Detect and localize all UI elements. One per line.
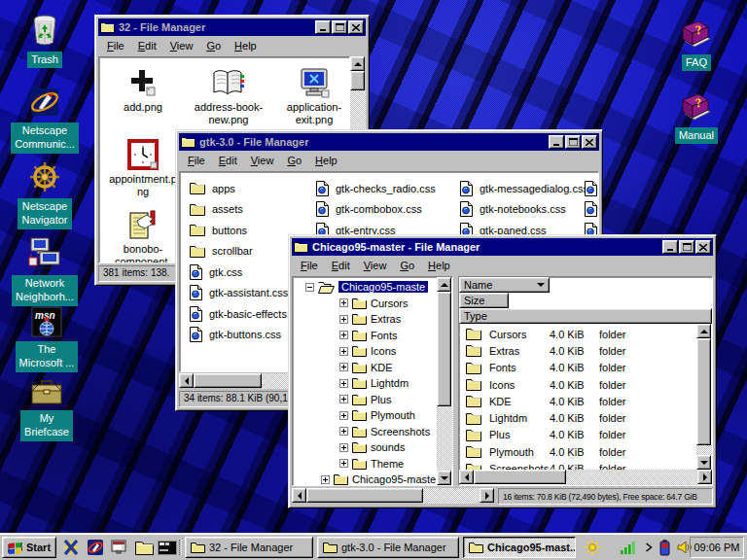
close-button[interactable]	[348, 20, 364, 34]
netscape-launcher[interactable]	[85, 538, 106, 557]
tree-item[interactable]: KDE	[293, 360, 437, 376]
tree-item[interactable]: Plymouth	[293, 407, 437, 424]
column-header-name[interactable]: Name	[459, 277, 550, 293]
column-header-type[interactable]: Type	[459, 308, 712, 324]
scrollbar-thumb[interactable]	[437, 292, 451, 406]
expand-plus-icon[interactable]	[339, 411, 348, 420]
scrollbar-track[interactable]	[437, 406, 452, 471]
scrollbar-thumb[interactable]	[306, 488, 423, 503]
tree-item[interactable]: Cursors	[293, 296, 437, 312]
file-manager-launcher[interactable]	[133, 538, 155, 557]
brightness-tray-icon[interactable]	[584, 539, 601, 556]
menu-item[interactable]: Go	[394, 259, 422, 273]
task-button-chicago95[interactable]: Chicago95-mast...	[463, 537, 576, 558]
menu-item[interactable]: View	[245, 154, 282, 168]
menu-item[interactable]: File	[182, 154, 213, 168]
start-button[interactable]: Start	[2, 537, 56, 558]
titlebar[interactable]: Chicago95-master - File Manager	[292, 238, 713, 256]
file-row[interactable]: Screenshots 4.0 KiB folder	[459, 460, 696, 470]
expand-plus-icon[interactable]	[339, 427, 348, 436]
file-row[interactable]: Lightdm 4.0 KiB folder	[459, 409, 696, 426]
desktop-icon-msn[interactable]: msn The Microsoft ...	[10, 306, 84, 372]
file-address-book-new-png[interactable]: address-book- new.png	[187, 61, 270, 126]
menu-item[interactable]: Help	[309, 154, 345, 168]
expand-plus-icon[interactable]	[339, 443, 348, 452]
scroll-down-button[interactable]	[696, 455, 711, 470]
expand-plus-icon[interactable]	[339, 331, 348, 339]
menu-item[interactable]: Go	[200, 39, 229, 53]
scroll-up-button[interactable]	[350, 56, 365, 71]
menu-item[interactable]: File	[101, 39, 132, 53]
desktop-icon-my-briefcase[interactable]: My Briefcase	[10, 377, 84, 441]
desktop-icon-netscape-communicator[interactable]: Netscape Communic...	[8, 86, 82, 154]
desktop-icon-network-neighborhood[interactable]: Network Neighborh...	[8, 236, 82, 306]
scrollbar-track[interactable]	[566, 470, 697, 485]
tree-item[interactable]: sounds	[293, 439, 437, 456]
titlebar[interactable]: 32 - File Manager	[98, 18, 366, 36]
file-row[interactable]: Extras 4.0 KiB folder	[459, 342, 696, 359]
scroll-left-button[interactable]	[292, 488, 306, 503]
tree-horizontal-scrollbar[interactable]	[292, 488, 494, 504]
expand-plus-icon[interactable]	[339, 395, 348, 403]
scrollbar-thumb[interactable]	[474, 470, 566, 484]
task-button-32[interactable]: 32 - File Manager	[185, 537, 313, 558]
scroll-left-button[interactable]	[459, 470, 474, 484]
file-appointment-png[interactable]: appointment.p ng	[101, 133, 185, 198]
menu-item[interactable]: Go	[281, 154, 309, 168]
list-horizontal-scrollbar[interactable]	[459, 470, 712, 485]
x11-launcher[interactable]	[60, 538, 82, 557]
scroll-left-button[interactable]	[179, 373, 194, 388]
folder-item[interactable]: buttons	[190, 220, 253, 241]
tree-item[interactable]: Screenshots	[293, 424, 437, 440]
desktop-icon-faq[interactable]: ? FAQ	[659, 19, 733, 71]
menu-item[interactable]: Edit	[326, 259, 358, 273]
expand-plus-icon[interactable]	[339, 459, 348, 468]
tree-item[interactable]: Lightdm	[293, 375, 437, 392]
css-file-item[interactable]	[585, 178, 597, 199]
clock-tray[interactable]: 09:06 PM	[690, 537, 744, 558]
tree-vertical-scrollbar[interactable]	[437, 277, 452, 485]
scrollbar-thumb[interactable]	[696, 338, 711, 445]
css-file-item[interactable]	[585, 199, 597, 221]
file-row[interactable]: KDE 4.0 KiB folder	[459, 393, 696, 409]
collapse-minus-icon[interactable]	[305, 283, 314, 292]
menu-item[interactable]: File	[295, 259, 326, 273]
css-file-item[interactable]: gtk-notebooks.css	[460, 199, 588, 221]
menu-item[interactable]: View	[164, 39, 201, 53]
menu-item[interactable]: Help	[422, 259, 458, 273]
scroll-down-button[interactable]	[437, 471, 451, 485]
file-row[interactable]: Cursors 4.0 KiB folder	[459, 326, 696, 342]
close-button[interactable]	[695, 240, 711, 254]
display-settings-launcher[interactable]	[109, 538, 130, 557]
scroll-up-button[interactable]	[696, 324, 711, 338]
maximize-button[interactable]	[679, 240, 694, 254]
scroll-up-button[interactable]	[437, 277, 451, 292]
titlebar[interactable]: gtk-3.0 - File Manager	[179, 133, 599, 151]
tree-item[interactable]: Icons	[293, 343, 437, 360]
maximize-button[interactable]	[332, 20, 347, 34]
file-application-exit-png[interactable]: application- exit.png	[272, 61, 350, 126]
css-file-item[interactable]: gtk-messagedialog.css	[460, 178, 588, 199]
folder-item[interactable]: assets	[190, 199, 253, 221]
menu-item[interactable]: Edit	[132, 39, 164, 53]
menu-item[interactable]: Edit	[213, 154, 245, 168]
menu-item[interactable]: View	[358, 259, 395, 273]
expand-plus-icon[interactable]	[339, 347, 348, 356]
file-row[interactable]: Fonts 4.0 KiB folder	[459, 360, 696, 376]
scrollbar-thumb[interactable]	[350, 71, 365, 90]
file-add-png[interactable]: add.png	[101, 61, 185, 114]
tree-item[interactable]: Fonts	[293, 328, 437, 344]
maximize-button[interactable]	[565, 135, 581, 149]
scrollbar-thumb[interactable]	[194, 373, 262, 388]
scroll-right-button[interactable]	[480, 488, 494, 503]
scroll-right-button[interactable]	[697, 470, 712, 484]
dos-prompt-launcher[interactable]	[157, 538, 178, 557]
desktop-icon-manual[interactable]: ? Manual	[659, 92, 733, 144]
minimize-button[interactable]	[315, 20, 331, 34]
close-button[interactable]	[582, 135, 597, 149]
network-signal-tray-icon[interactable]	[619, 539, 636, 556]
folder-item[interactable]: scrollbar	[190, 241, 253, 262]
css-file-item[interactable]: gtk-combobox.css	[316, 199, 436, 221]
task-button-gtk30[interactable]: gtk-3.0 - File Manager	[317, 537, 459, 558]
scrollbar-track[interactable]	[696, 445, 712, 455]
